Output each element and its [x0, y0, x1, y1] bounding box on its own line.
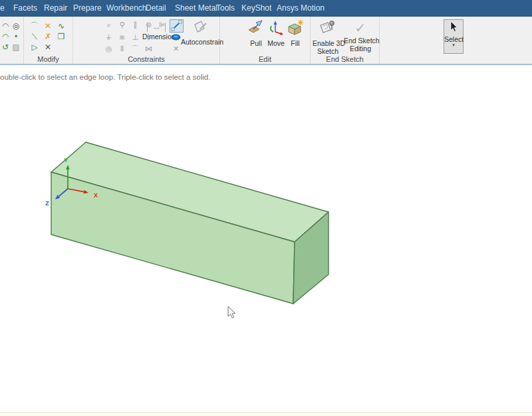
fill-icon — [287, 19, 304, 37]
bend-icon[interactable]: ▷ — [29, 42, 40, 52]
show-constraints-eye-icon[interactable] — [171, 34, 181, 41]
menu-item-facets[interactable]: Facets — [13, 3, 37, 13]
end-sketch-editing-label-line2: Editing — [344, 45, 377, 52]
y-axis-label: Y — [64, 157, 68, 163]
menu-item-partial[interactable]: e — [0, 3, 5, 13]
menu-item-sheet-metal[interactable]: Sheet Metal — [175, 3, 217, 13]
z-axis-label: Z — [45, 200, 49, 207]
copy-curve-icon[interactable]: ❐ — [56, 31, 66, 42]
ribbon-group-modify: ⌒ ✕ ∿ ⟍ ✗ ❐ ▷ ✕ Modify — [24, 17, 73, 64]
remove-constraint-icon[interactable]: ✕ — [170, 43, 182, 54]
edit-group-label: Edit — [220, 55, 310, 63]
point-tool-icon[interactable]: • — [11, 31, 21, 42]
fill-label: Fill — [285, 39, 305, 47]
menu-item-ansys-motion[interactable]: Ansys Motion — [277, 3, 325, 13]
hint-bar: ouble-click to select an edge loop. Trip… — [0, 66, 532, 85]
delete-curve-icon[interactable]: ✕ — [43, 42, 53, 52]
pull-label: Pull — [246, 39, 266, 47]
equal-length-constraint-icon[interactable]: ⊫ — [156, 19, 168, 30]
end-sketch-check-icon: ✓ — [344, 19, 377, 37]
construction-mode-icon[interactable]: ▨ — [11, 42, 21, 52]
pull-button[interactable]: Pull — [246, 19, 266, 47]
ribbon-toolbar: ◠ ◎ ◠ • ↺ ▨ ⌒ ✕ ∿ ⟍ ✗ ❐ ▷ ✕ Modify ↔ Dim… — [0, 17, 532, 65]
equal-radius-constraint-icon[interactable]: ⊜ — [143, 19, 154, 30]
fix-constraint-icon[interactable]: ≋ — [116, 32, 128, 43]
concentric-constraint-icon[interactable]: ◎ — [103, 43, 114, 54]
constraints-group-label: Constraints — [73, 55, 219, 63]
bottom-status-strip — [0, 412, 532, 416]
fill-button[interactable]: Fill — [285, 19, 305, 47]
move-icon — [267, 19, 285, 37]
enable-3d-sketch-icon — [319, 19, 336, 37]
menu-item-prepare[interactable]: Prepare — [73, 3, 102, 13]
enable-3d-sketch-button[interactable]: Enable 3D Sketch — [313, 19, 343, 55]
tangent-arc-tool-icon[interactable]: ◠ — [0, 31, 11, 42]
ribbon-group-constraints: ↔ Dimension ⌕ ⚲ ∥ ⊜ ⊫ ⏚ ≋ ⊥ ⊹ ◎ ⫴ ⌒ ⋈ ✕ — [73, 17, 220, 64]
autoconstrain-button[interactable]: Autoconstrain — [181, 19, 221, 46]
tangent-constraint-icon[interactable]: ⌒ — [130, 43, 141, 54]
spline-tool-icon[interactable]: ↺ — [0, 42, 11, 52]
end-sketch-editing-label-line1: End Sketch — [344, 37, 377, 45]
perpendicular-constraint-icon[interactable]: ⊥ — [130, 32, 141, 43]
symmetry-constraint-icon[interactable]: ⫴ — [116, 43, 128, 54]
chamfer-icon[interactable]: ⟍ — [29, 31, 40, 42]
pin-constraint-icon[interactable]: ⚲ — [116, 19, 128, 30]
move-label: Move — [266, 39, 286, 47]
fillet-icon[interactable]: ⌒ — [29, 21, 40, 31]
ground-constraint-icon[interactable]: ⏚ — [103, 32, 114, 43]
menu-item-detail[interactable]: Detail — [146, 3, 166, 13]
select-button-selected[interactable]: Select ▾ — [444, 19, 464, 54]
parallel-constraint-icon[interactable]: ∥ — [130, 19, 141, 30]
enable-3d-sketch-label-line1: Enable 3D — [313, 39, 343, 47]
midpoint-constraint-icon[interactable]: ⊹ — [143, 32, 154, 43]
menu-item-keyshot[interactable]: KeyShot — [241, 3, 271, 13]
end-sketch-group-label: End Sketch — [311, 55, 379, 63]
autoconstrain-icon — [193, 19, 209, 35]
select-cursor-icon — [450, 21, 458, 33]
find-constraint-icon[interactable]: ⌕ — [103, 19, 114, 30]
x-axis-label: X — [94, 192, 98, 199]
menu-item-workbench[interactable]: Workbench — [106, 3, 146, 13]
move-button[interactable]: Move — [266, 19, 286, 47]
autoconstrain-label: Autoconstrain — [181, 38, 221, 46]
select-dropdown-arrow-icon[interactable]: ▾ — [444, 43, 463, 47]
menu-item-repair[interactable]: Repair — [44, 3, 67, 13]
menu-item-tools[interactable]: Tools — [216, 3, 235, 13]
split-curve-icon[interactable]: ✗ — [43, 31, 53, 42]
ribbon-group-sketch-partial: ◠ ◎ ◠ • ↺ ▨ — [0, 17, 24, 64]
spline-edit-icon[interactable]: ∿ — [56, 21, 66, 31]
circle-tool-icon[interactable]: ◎ — [11, 21, 21, 31]
menu-bar: e Facets Repair Prepare Workbench Detail… — [0, 0, 532, 17]
arc-tool-icon[interactable]: ◠ — [0, 21, 11, 31]
mouse-cursor-icon — [228, 306, 235, 318]
modify-group-label: Modify — [24, 55, 72, 63]
ribbon-group-edit: Select ▾ Pull Move — [220, 17, 311, 64]
hint-text: ouble-click to select an edge loop. Trip… — [0, 73, 210, 81]
end-sketch-editing-button: ✓ End Sketch Editing — [344, 19, 377, 52]
pull-icon — [247, 19, 265, 37]
trim-icon[interactable]: ✕ — [43, 21, 53, 31]
intersect-constraint-icon[interactable]: ⋈ — [143, 43, 154, 54]
enable-3d-sketch-label-line2: Sketch — [313, 47, 343, 55]
ribbon-group-end-sketch: Enable 3D Sketch ✓ End Sketch Editing En… — [311, 17, 380, 64]
